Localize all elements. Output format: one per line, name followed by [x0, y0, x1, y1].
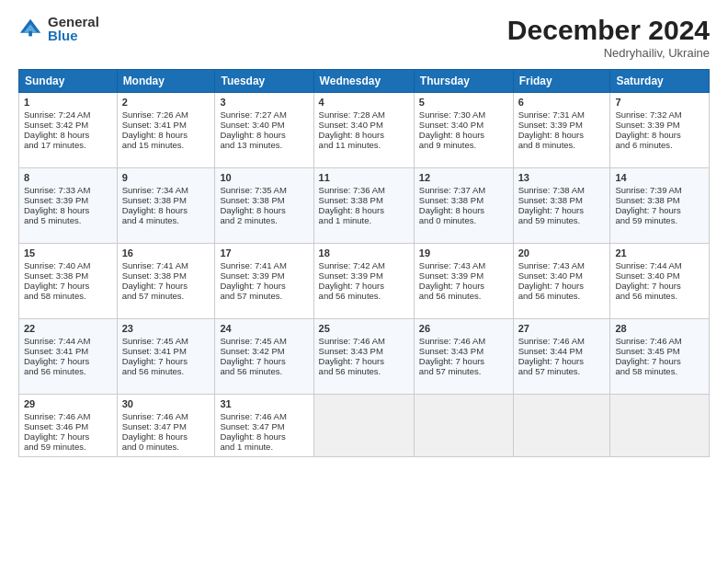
- day-info-line: and 57 minutes.: [122, 291, 210, 301]
- day-info-line: and 2 minutes.: [220, 215, 308, 225]
- day-info-line: Sunset: 3:38 PM: [518, 195, 606, 205]
- day-info-line: Daylight: 8 hours: [419, 205, 508, 215]
- calendar-cell: 21Sunrise: 7:44 AMSunset: 3:40 PMDayligh…: [610, 244, 710, 319]
- day-info-line: Daylight: 8 hours: [122, 130, 210, 140]
- calendar-cell: 22Sunrise: 7:44 AMSunset: 3:41 PMDayligh…: [19, 319, 118, 395]
- day-number: 26: [419, 323, 508, 334]
- day-header-sunday: Sunday: [19, 70, 118, 93]
- day-info-line: Sunset: 3:38 PM: [615, 195, 704, 205]
- calendar-cell: 5Sunrise: 7:30 AMSunset: 3:40 PMDaylight…: [414, 93, 513, 168]
- day-number: 27: [518, 323, 606, 334]
- day-info-line: and 8 minutes.: [518, 140, 606, 150]
- day-info-line: Daylight: 7 hours: [518, 356, 606, 366]
- day-info-line: Sunrise: 7:24 AM: [24, 109, 112, 120]
- day-info-line: Sunrise: 7:30 AM: [419, 109, 508, 120]
- day-info-line: Daylight: 7 hours: [220, 356, 308, 366]
- day-info-line: Daylight: 7 hours: [24, 431, 112, 442]
- day-number: 25: [319, 323, 409, 334]
- calendar-cell: 24Sunrise: 7:45 AMSunset: 3:42 PMDayligh…: [215, 319, 313, 395]
- day-info-line: Sunset: 3:38 PM: [220, 195, 308, 205]
- calendar-cell: 15Sunrise: 7:40 AMSunset: 3:38 PMDayligh…: [19, 244, 118, 319]
- day-number: 18: [319, 247, 409, 259]
- day-info-line: Sunset: 3:38 PM: [122, 195, 210, 205]
- day-header-monday: Monday: [117, 70, 215, 93]
- day-info-line: Sunset: 3:42 PM: [220, 346, 308, 356]
- day-info-line: Sunrise: 7:46 AM: [24, 411, 112, 421]
- day-info-line: and 59 minutes.: [615, 215, 704, 225]
- day-info-line: Sunrise: 7:46 AM: [518, 336, 606, 346]
- day-info-line: Daylight: 8 hours: [220, 205, 308, 215]
- day-info-line: and 0 minutes.: [419, 215, 508, 225]
- day-info-line: Sunset: 3:38 PM: [319, 195, 409, 205]
- day-info-line: Daylight: 7 hours: [24, 281, 112, 291]
- calendar-cell: 23Sunrise: 7:45 AMSunset: 3:41 PMDayligh…: [117, 319, 215, 395]
- day-number: 3: [220, 97, 308, 108]
- day-info-line: Sunrise: 7:38 AM: [518, 185, 606, 195]
- calendar-table: SundayMondayTuesdayWednesdayThursdayFrid…: [18, 69, 710, 457]
- day-number: 16: [122, 247, 210, 259]
- day-info-line: Sunrise: 7:41 AM: [122, 260, 210, 270]
- day-header-friday: Friday: [513, 70, 610, 93]
- week-row-0: 1Sunrise: 7:24 AMSunset: 3:42 PMDaylight…: [19, 93, 710, 168]
- day-info-line: Sunrise: 7:40 AM: [24, 260, 112, 270]
- day-info-line: Sunrise: 7:44 AM: [24, 336, 112, 346]
- calendar-cell: 30Sunrise: 7:46 AMSunset: 3:47 PMDayligh…: [117, 395, 215, 457]
- day-info-line: Daylight: 7 hours: [518, 281, 606, 291]
- logo-text: General Blue: [48, 15, 99, 42]
- day-number: 4: [319, 97, 409, 108]
- day-info-line: Sunset: 3:40 PM: [319, 120, 409, 130]
- day-info-line: Sunset: 3:43 PM: [319, 346, 409, 356]
- day-info-line: Sunset: 3:40 PM: [615, 270, 704, 281]
- day-info-line: and 9 minutes.: [419, 140, 508, 150]
- day-info-line: Sunset: 3:39 PM: [24, 195, 112, 205]
- day-info-line: Daylight: 7 hours: [615, 205, 704, 215]
- svg-rect-2: [28, 31, 32, 37]
- day-info-line: Daylight: 7 hours: [615, 356, 704, 366]
- day-info-line: Sunset: 3:41 PM: [122, 346, 210, 356]
- day-info-line: Daylight: 7 hours: [518, 205, 606, 215]
- day-info-line: Daylight: 8 hours: [319, 205, 409, 215]
- day-info-line: and 56 minutes.: [615, 291, 704, 301]
- day-number: 31: [220, 398, 308, 409]
- week-row-2: 15Sunrise: 7:40 AMSunset: 3:38 PMDayligh…: [19, 244, 710, 319]
- day-number: 1: [24, 97, 112, 108]
- day-info-line: and 58 minutes.: [24, 291, 112, 301]
- day-info-line: Sunrise: 7:44 AM: [615, 260, 704, 270]
- day-number: 17: [220, 247, 308, 259]
- day-info-line: Sunset: 3:41 PM: [24, 346, 112, 356]
- day-info-line: Daylight: 8 hours: [419, 130, 508, 140]
- calendar-cell: 7Sunrise: 7:32 AMSunset: 3:39 PMDaylight…: [610, 93, 710, 168]
- day-info-line: Daylight: 8 hours: [518, 130, 606, 140]
- day-info-line: Sunrise: 7:43 AM: [518, 260, 606, 270]
- day-info-line: Sunrise: 7:42 AM: [319, 260, 409, 270]
- day-info-line: Daylight: 8 hours: [24, 130, 112, 140]
- calendar-cell: 9Sunrise: 7:34 AMSunset: 3:38 PMDaylight…: [117, 168, 215, 244]
- calendar-cell: 1Sunrise: 7:24 AMSunset: 3:42 PMDaylight…: [19, 93, 118, 168]
- calendar-body: 1Sunrise: 7:24 AMSunset: 3:42 PMDaylight…: [19, 93, 710, 457]
- day-info-line: and 59 minutes.: [518, 215, 606, 225]
- day-info-line: and 56 minutes.: [122, 366, 210, 376]
- day-info-line: Sunrise: 7:46 AM: [220, 411, 308, 421]
- day-header-saturday: Saturday: [610, 70, 710, 93]
- day-info-line: and 57 minutes.: [419, 366, 508, 376]
- day-number: 11: [319, 172, 409, 183]
- day-info-line: Sunset: 3:39 PM: [220, 270, 308, 281]
- day-info-line: Sunset: 3:39 PM: [419, 270, 508, 281]
- logo: General Blue: [18, 15, 99, 42]
- calendar-cell: 12Sunrise: 7:37 AMSunset: 3:38 PMDayligh…: [414, 168, 513, 244]
- day-info-line: Daylight: 8 hours: [220, 130, 308, 140]
- page: General Blue December 2024 Nedryhailiv, …: [0, 0, 728, 563]
- day-info-line: Sunset: 3:38 PM: [122, 270, 210, 281]
- calendar-cell: 18Sunrise: 7:42 AMSunset: 3:39 PMDayligh…: [313, 244, 414, 319]
- day-info-line: and 56 minutes.: [24, 366, 112, 376]
- day-info-line: and 58 minutes.: [615, 366, 704, 376]
- day-number: 15: [24, 247, 112, 259]
- day-info-line: and 1 minute.: [220, 442, 308, 452]
- week-row-1: 8Sunrise: 7:33 AMSunset: 3:39 PMDaylight…: [19, 168, 710, 244]
- calendar-cell: 3Sunrise: 7:27 AMSunset: 3:40 PMDaylight…: [215, 93, 313, 168]
- day-info-line: Sunset: 3:46 PM: [24, 421, 112, 431]
- day-number: 13: [518, 172, 606, 183]
- day-info-line: Sunset: 3:44 PM: [518, 346, 606, 356]
- day-info-line: Sunrise: 7:35 AM: [220, 185, 308, 195]
- day-info-line: Sunset: 3:38 PM: [24, 270, 112, 281]
